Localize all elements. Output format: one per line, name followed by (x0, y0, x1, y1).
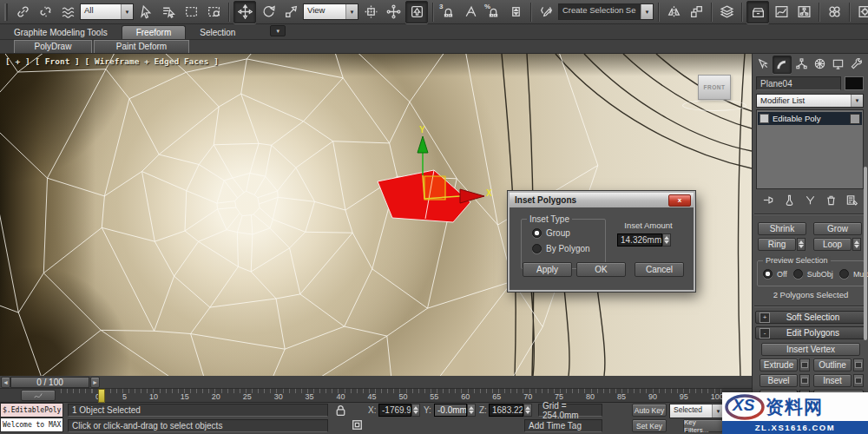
expand-icon[interactable]: + (760, 312, 770, 323)
z-coordinate-field[interactable]: 1683.229mm (489, 404, 523, 417)
spinner-snap-toggle-icon[interactable] (505, 2, 526, 23)
x-spinner[interactable] (411, 404, 420, 417)
angle-snap-toggle-icon[interactable] (460, 2, 481, 23)
loop-button[interactable]: Loop (813, 238, 852, 251)
rectangular-selection-region-icon[interactable] (181, 2, 201, 23)
manage-layers-icon[interactable] (716, 2, 737, 23)
time-slider-next-icon[interactable]: ► (90, 377, 100, 388)
outline-settings-icon[interactable] (853, 358, 864, 372)
ring-button[interactable]: Ring (758, 238, 796, 251)
snap-toggle-3d-icon[interactable]: 3 (437, 2, 458, 23)
radio-icon[interactable] (532, 244, 542, 253)
motion-tab-icon[interactable] (811, 56, 828, 72)
maxscript-mini-listener-output[interactable]: Welcome to MAX! (0, 418, 63, 432)
bevel-button[interactable]: Bevel (760, 374, 798, 387)
y-spinner[interactable] (467, 404, 476, 417)
preview-subobj-radio[interactable]: SubObj (793, 269, 833, 279)
inset-amount-value[interactable]: 14.326mm (617, 233, 662, 247)
remove-modifier-icon[interactable] (823, 193, 838, 207)
select-and-link-icon[interactable] (12, 2, 33, 23)
pin-stack-icon[interactable] (760, 193, 776, 207)
dropdown-arrow-icon[interactable] (121, 4, 133, 19)
maxscript-mini-listener-macro[interactable]: $.EditablePoly. (0, 403, 63, 418)
create-tab-icon[interactable] (754, 56, 772, 72)
window-crossing-icon[interactable] (203, 2, 224, 23)
modifier-stack-item-editable-poly[interactable]: Editable Poly (758, 112, 862, 125)
x-coordinate-field[interactable]: -1769.952 (378, 404, 411, 417)
edit-polygons-rollout[interactable]: - Edit Polygons (755, 326, 865, 339)
named-selection-sets-dropdown[interactable]: Create Selection Se (558, 3, 654, 20)
select-and-manipulate-icon[interactable] (383, 2, 404, 23)
toolbar-grip[interactable] (4, 3, 8, 21)
set-key-button[interactable]: Set Key (632, 419, 667, 432)
extrude-settings-icon[interactable] (799, 358, 810, 372)
object-color-swatch[interactable] (845, 76, 864, 90)
tab-graphite-modeling-tools[interactable]: Graphite Modeling Tools (0, 26, 122, 39)
ribbon-minimize-icon[interactable] (270, 25, 286, 36)
preview-off-radio[interactable]: Off (763, 269, 787, 279)
radio-by-polygon[interactable]: By Polygon (532, 244, 590, 253)
dialog-titlebar[interactable]: Inset Polygons x (510, 193, 694, 207)
panel-scrollbar[interactable] (864, 167, 867, 340)
dropdown-arrow-icon[interactable] (641, 4, 653, 19)
time-slider-prev-icon[interactable]: ◄ (1, 377, 10, 388)
make-unique-icon[interactable] (802, 193, 818, 207)
stack-pin-icon[interactable] (850, 114, 860, 124)
hierarchy-tab-icon[interactable] (792, 56, 810, 72)
configure-modifier-sets-icon[interactable] (844, 193, 859, 207)
selection-lock-icon[interactable] (333, 403, 348, 418)
modifier-stack[interactable]: Editable Poly (756, 109, 864, 189)
select-object-icon[interactable] (135, 2, 156, 23)
show-end-result-icon[interactable] (781, 193, 797, 207)
viewcube[interactable]: FRONT (698, 75, 731, 100)
key-filters-button[interactable]: Key Filters... (683, 419, 723, 432)
radio-icon[interactable] (839, 269, 849, 279)
radio-icon[interactable] (793, 269, 803, 279)
apply-button[interactable]: Apply (523, 262, 572, 277)
grow-button[interactable]: Grow (813, 222, 862, 235)
add-time-tag-field[interactable]: Add Time Tag (524, 419, 602, 432)
align-icon[interactable] (686, 2, 707, 23)
radio-icon[interactable] (532, 228, 542, 238)
tab-freeform[interactable]: Freeform (122, 25, 187, 39)
modifier-list-dropdown[interactable]: Modifier List (756, 94, 864, 108)
selected-dropdown[interactable]: Selected (669, 404, 725, 418)
edit-named-selection-sets-icon[interactable] (536, 2, 556, 23)
material-editor-icon[interactable] (824, 2, 845, 23)
extrude-button[interactable]: Extrude (760, 358, 798, 372)
modify-tab-icon[interactable] (773, 56, 792, 74)
track-bar[interactable]: 0510152025303540455055606570758085909510… (0, 389, 752, 403)
spinner-arrows-icon[interactable] (662, 233, 671, 247)
render-setup-icon[interactable] (854, 2, 868, 23)
curve-editor-icon[interactable] (771, 2, 792, 23)
utilities-tab-icon[interactable] (847, 56, 865, 72)
percent-snap-toggle-icon[interactable]: % (483, 2, 503, 23)
subtab-polydraw[interactable]: PolyDraw (14, 40, 92, 53)
y-coordinate-field[interactable]: -0.0mm (434, 404, 467, 417)
select-by-name-icon[interactable] (158, 2, 179, 23)
subtab-paint-deform[interactable]: Paint Deform (94, 40, 189, 53)
unlink-selection-icon[interactable] (35, 2, 56, 23)
select-and-move-icon[interactable] (233, 1, 256, 23)
display-tab-icon[interactable] (829, 56, 846, 72)
loop-spinner[interactable] (852, 238, 861, 251)
select-and-rotate-icon[interactable] (258, 2, 279, 23)
shrink-button[interactable]: Shrink (758, 222, 806, 235)
radio-group[interactable]: Group (532, 228, 570, 238)
object-name-field[interactable]: Plane04 (756, 76, 841, 90)
open-mini-curve-editor-button[interactable] (21, 390, 56, 401)
time-slider-handle[interactable]: 0 / 100 (10, 377, 89, 388)
keyboard-shortcut-override-icon[interactable] (405, 1, 428, 23)
close-icon[interactable]: x (668, 194, 691, 207)
modifier-bulb-icon[interactable] (760, 114, 769, 123)
viewport-label[interactable]: [ + ] [ Front ] [ Wireframe + Edged Face… (5, 56, 219, 66)
mirror-icon[interactable] (663, 2, 684, 23)
inset-amount-spinner[interactable]: 14.326mm (617, 233, 671, 247)
radio-icon[interactable] (763, 269, 773, 279)
dropdown-arrow-icon[interactable] (851, 95, 863, 107)
select-and-scale-icon[interactable] (280, 2, 301, 23)
use-pivot-point-center-icon[interactable] (360, 2, 381, 23)
time-caret[interactable] (98, 389, 105, 403)
schematic-view-icon[interactable] (793, 2, 814, 23)
bevel-settings-icon[interactable] (799, 374, 810, 387)
